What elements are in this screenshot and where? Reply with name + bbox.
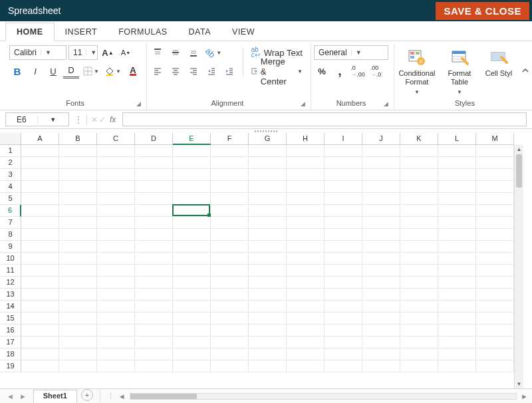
- cell[interactable]: [59, 181, 97, 193]
- column-header[interactable]: E: [173, 133, 211, 145]
- cell[interactable]: [211, 145, 249, 157]
- cell[interactable]: [476, 360, 514, 372]
- cell[interactable]: [325, 313, 362, 325]
- row-header[interactable]: 12: [0, 277, 21, 289]
- comma-style-button[interactable]: ,: [332, 64, 348, 78]
- number-format-dropdown[interactable]: General ▼: [314, 45, 388, 60]
- font-color-button[interactable]: A: [125, 64, 141, 78]
- cell[interactable]: [400, 181, 438, 193]
- cell[interactable]: [97, 348, 135, 360]
- cell[interactable]: [362, 360, 400, 372]
- column-header[interactable]: G: [249, 133, 287, 145]
- format-table-button[interactable]: Format Table ▼: [440, 45, 479, 96]
- cell[interactable]: [173, 241, 211, 253]
- cell[interactable]: [287, 336, 325, 348]
- cell[interactable]: [97, 241, 135, 253]
- cell[interactable]: [59, 217, 97, 229]
- increase-indent-button[interactable]: [221, 64, 237, 78]
- cell[interactable]: [249, 229, 287, 241]
- scrollbar-thumb[interactable]: [130, 394, 197, 399]
- cell[interactable]: [21, 205, 59, 217]
- cell[interactable]: [173, 301, 211, 313]
- cell[interactable]: [97, 229, 135, 241]
- cells-area[interactable]: [21, 145, 514, 388]
- cell[interactable]: [173, 229, 211, 241]
- cell[interactable]: [362, 229, 400, 241]
- scroll-right-icon[interactable]: ►: [521, 392, 528, 400]
- row-header[interactable]: 10: [0, 253, 21, 265]
- cell[interactable]: [476, 253, 514, 265]
- cell[interactable]: [173, 313, 211, 325]
- cell[interactable]: [400, 157, 438, 169]
- cell[interactable]: [173, 277, 211, 289]
- cell[interactable]: [135, 336, 173, 348]
- fill-color-button[interactable]: ▼: [103, 64, 123, 78]
- cell[interactable]: [400, 193, 438, 205]
- cell[interactable]: [173, 360, 211, 372]
- cell[interactable]: [287, 229, 325, 241]
- cell[interactable]: [21, 265, 59, 277]
- cell[interactable]: [59, 229, 97, 241]
- column-header[interactable]: I: [325, 133, 362, 145]
- orientation-button[interactable]: ab▼: [203, 45, 223, 60]
- double-underline-button[interactable]: D: [63, 64, 79, 78]
- column-header[interactable]: H: [287, 133, 325, 145]
- cell[interactable]: [476, 241, 514, 253]
- cell[interactable]: [249, 181, 287, 193]
- cell[interactable]: [400, 145, 438, 157]
- cell[interactable]: [400, 277, 438, 289]
- cell[interactable]: [97, 157, 135, 169]
- cell[interactable]: [438, 193, 476, 205]
- decrease-decimal-button[interactable]: .00→.0: [368, 64, 384, 78]
- align-top-button[interactable]: [150, 45, 166, 60]
- cell[interactable]: [211, 241, 249, 253]
- font-size-dropdown[interactable]: 11 ▼: [68, 45, 98, 60]
- cell[interactable]: [211, 277, 249, 289]
- cell[interactable]: [173, 348, 211, 360]
- align-right-button[interactable]: [186, 64, 201, 78]
- row-header[interactable]: 1: [0, 145, 21, 157]
- cell[interactable]: [211, 325, 249, 336]
- cell[interactable]: [211, 193, 249, 205]
- cell[interactable]: [59, 336, 97, 348]
- row-header[interactable]: 8: [0, 229, 21, 241]
- cell[interactable]: [97, 336, 135, 348]
- cell[interactable]: [97, 181, 135, 193]
- cell[interactable]: [249, 336, 287, 348]
- cell[interactable]: [21, 313, 59, 325]
- cell[interactable]: [97, 205, 135, 217]
- cell[interactable]: [325, 193, 362, 205]
- cell[interactable]: [135, 289, 173, 301]
- conditional-format-button[interactable]: ≠ Conditional Format ▼: [397, 45, 437, 96]
- increase-font-size-button[interactable]: A▲: [100, 45, 116, 60]
- cell[interactable]: [400, 301, 438, 313]
- cell[interactable]: [476, 289, 514, 301]
- cell[interactable]: [249, 193, 287, 205]
- cell[interactable]: [21, 360, 59, 372]
- increase-decimal-button[interactable]: .0→.00: [350, 64, 366, 78]
- cell[interactable]: [362, 145, 400, 157]
- cell[interactable]: [211, 205, 249, 217]
- cell[interactable]: [135, 277, 173, 289]
- cell[interactable]: [59, 348, 97, 360]
- cell[interactable]: [59, 169, 97, 181]
- cell[interactable]: [400, 217, 438, 229]
- cell[interactable]: [97, 145, 135, 157]
- cell[interactable]: [325, 241, 362, 253]
- row-header[interactable]: 19: [0, 360, 21, 372]
- cell[interactable]: [21, 277, 59, 289]
- cell[interactable]: [325, 217, 362, 229]
- cell[interactable]: [249, 289, 287, 301]
- cell[interactable]: [173, 193, 211, 205]
- cell[interactable]: [59, 157, 97, 169]
- cell[interactable]: [21, 169, 59, 181]
- cell[interactable]: [211, 301, 249, 313]
- cell[interactable]: [97, 277, 135, 289]
- cell[interactable]: [438, 360, 476, 372]
- dialog-launcher-icon[interactable]: ◢: [384, 100, 388, 107]
- cell[interactable]: [438, 205, 476, 217]
- select-all-corner[interactable]: [0, 133, 21, 145]
- cell[interactable]: [135, 193, 173, 205]
- cell[interactable]: [97, 301, 135, 313]
- row-header[interactable]: 7: [0, 217, 21, 229]
